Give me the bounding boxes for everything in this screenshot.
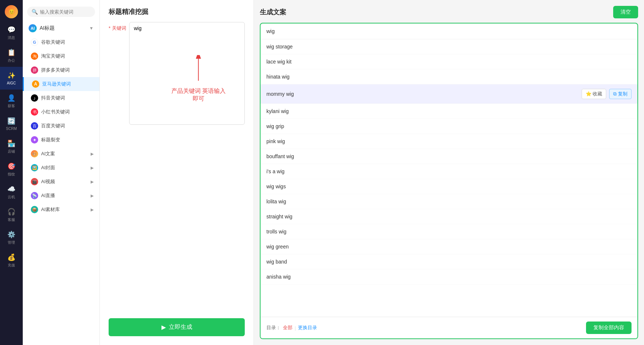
copy-all-button[interactable]: 复制全部内容	[586, 322, 632, 334]
result-text: wig wigs	[266, 184, 632, 189]
results-list[interactable]: wig storage ⭐ 收藏 ⧉ 复制 lace wig kit ⭐ 收藏 …	[261, 39, 637, 317]
catalog-all-link[interactable]: 全部	[283, 324, 292, 331]
sidebar-item-recharge[interactable]: 💰 充值	[0, 249, 23, 272]
menu-item-ai-copy[interactable]: 🎨 AI文案 ▶	[23, 147, 99, 161]
ai-title-label: AI标题	[40, 25, 55, 32]
menu-item-taobao[interactable]: 淘 淘宝关键词	[23, 49, 99, 63]
ai-cover-arrow: ▶	[91, 166, 94, 170]
result-item[interactable]: bouffant wig ⭐ 收藏 ⧉ 复制	[261, 149, 637, 164]
result-text: trolls wig	[266, 229, 632, 235]
keyword-textarea[interactable]: wig	[129, 22, 245, 125]
result-item[interactable]: lace wig kit ⭐ 收藏 ⧉ 复制	[261, 54, 637, 69]
result-item[interactable]: mommy wig ⭐ 收藏 ⧉ 复制	[261, 84, 637, 104]
result-item[interactable]: hinata wig ⭐ 收藏 ⧉ 复制	[261, 69, 637, 84]
split-icon: ✦	[31, 136, 38, 144]
result-text: wig grip	[266, 123, 632, 129]
result-item[interactable]: i's a wig ⭐ 收藏 ⧉ 复制	[261, 164, 637, 179]
right-panel: 生成文案 清空 wig wig storage ⭐ 收藏 ⧉ 复制 lace w…	[254, 0, 644, 345]
menu-item-ai-cover[interactable]: 🖼️ AI封面 ▶	[23, 161, 99, 175]
result-text: lolita wig	[266, 199, 632, 204]
search-box[interactable]: 🔍	[27, 7, 95, 17]
result-item[interactable]: wig band ⭐ 收藏 ⧉ 复制	[261, 254, 637, 269]
fav-button[interactable]: ⭐ 收藏	[582, 89, 607, 99]
ai-material-arrow: ▶	[91, 207, 94, 212]
ai-live-icon: 📡	[31, 192, 38, 199]
menu-item-xiaohongshu-label: 小红书关键词	[41, 109, 70, 115]
menu-item-google[interactable]: G 谷歌关键词	[23, 35, 99, 49]
result-text: kylani wig	[266, 108, 632, 114]
result-item[interactable]: anisha wig ⭐ 收藏 ⧉ 复制	[261, 269, 637, 284]
avatar[interactable]: 😊	[5, 5, 18, 18]
sidebar-item-service[interactable]: 🎧 客服	[0, 203, 23, 226]
store-icon: 🏪	[7, 139, 16, 148]
result-item[interactable]: wig grip ⭐ 收藏 ⧉ 复制	[261, 119, 637, 134]
result-item[interactable]: wig wigs ⭐ 收藏 ⧉ 复制	[261, 179, 637, 194]
menu-item-baidu-label: 百度关键词	[41, 123, 65, 129]
ai-cover-icon: 🖼️	[31, 164, 38, 171]
ai-material-icon: 📦	[31, 206, 38, 213]
menu-item-tiktok-label: 抖音关键词	[41, 95, 65, 101]
generate-button[interactable]: ▶ 立即生成	[109, 318, 245, 336]
recharge-icon: 💰	[7, 253, 16, 262]
menu-item-ai-video[interactable]: 🎬 AI视频 ▶	[23, 175, 99, 189]
clear-button[interactable]: 清空	[613, 6, 638, 18]
menu-item-pdd-label: 拼多多关键词	[41, 67, 70, 73]
menu-item-amazon[interactable]: A 亚马逊关键词	[23, 77, 99, 91]
result-item[interactable]: pink wig ⭐ 收藏 ⧉ 复制	[261, 134, 637, 149]
search-input[interactable]	[40, 9, 91, 15]
menu-item-baidu[interactable]: 百 百度关键词	[23, 119, 99, 133]
sidebar-item-cloud[interactable]: ☁️ 云机	[0, 181, 23, 203]
menu-item-split[interactable]: ✦ 标题裂变	[23, 133, 99, 147]
sidebar-item-messages[interactable]: 💬 消息	[0, 21, 23, 44]
google-icon: G	[31, 39, 38, 46]
result-item[interactable]: wig storage ⭐ 收藏 ⧉ 复制	[261, 39, 637, 54]
ai-title-group[interactable]: AI AI标题 ▼	[23, 21, 99, 35]
manage-icon: ⚙️	[7, 230, 16, 239]
main-content: 标题精准挖掘 关键词 wig	[100, 0, 644, 345]
menu-item-tiktok[interactable]: ♪ 抖音关键词	[23, 91, 99, 105]
result-text: i's a wig	[266, 168, 632, 174]
taobao-icon: 淘	[31, 52, 38, 60]
sidebar-item-store[interactable]: 🏪 店铺	[0, 135, 23, 158]
menu-item-ai-copy-label: AI文案	[41, 150, 55, 157]
menu-item-taobao-label: 淘宝关键词	[41, 53, 65, 59]
ai-copy-arrow: ▶	[91, 152, 94, 156]
acquire-icon: 👤	[7, 94, 16, 102]
menu-item-pdd[interactable]: 拼 拼多多关键词	[23, 63, 99, 77]
office-icon: 📋	[7, 48, 16, 57]
results-container: wig wig storage ⭐ 收藏 ⧉ 复制 lace wig kit ⭐…	[260, 23, 638, 339]
menu-item-ai-material[interactable]: 📦 AI素材库 ▶	[23, 203, 99, 217]
result-item[interactable]: straight wig ⭐ 收藏 ⧉ 复制	[261, 209, 637, 224]
ai-video-arrow: ▶	[91, 179, 94, 184]
menu-item-ai-live[interactable]: 📡 AI直播 ▶	[23, 189, 99, 203]
form-label: 关键词	[109, 22, 126, 32]
guide-icon: 🎯	[7, 162, 16, 171]
result-text: wig storage	[266, 44, 632, 50]
search-icon: 🔍	[32, 9, 38, 15]
result-item[interactable]: trolls wig ⭐ 收藏 ⧉ 复制	[261, 224, 637, 239]
result-item[interactable]: wig green ⭐ 收藏 ⧉ 复制	[261, 239, 637, 254]
menu-item-xiaohongshu[interactable]: 书 小红书关键词	[23, 105, 99, 119]
result-item[interactable]: lolita wig ⭐ 收藏 ⧉ 复制	[261, 194, 637, 209]
sidebar-item-guide[interactable]: 🎯 指纹	[0, 158, 23, 181]
sidebar-item-office[interactable]: 📋 办公	[0, 44, 23, 67]
result-text: hinata wig	[266, 74, 632, 80]
generate-label: 立即生成	[169, 323, 192, 331]
catalog-change-link[interactable]: 更换目录	[298, 324, 317, 331]
ai-video-icon: 🎬	[31, 178, 38, 185]
left-panel: 标题精准挖掘 关键词 wig	[100, 0, 254, 345]
results-search-bar: wig	[261, 23, 637, 39]
sidebar-item-manage[interactable]: ⚙️ 管理	[0, 226, 23, 249]
menu-item-google-label: 谷歌关键词	[41, 39, 65, 46]
form-row: 关键词 wig 产品关键词 英语输入即可	[109, 22, 245, 126]
sidebar-item-acquire[interactable]: 👤 获客	[0, 90, 23, 112]
catalog-section: 目录： 全部 | 更换目录	[266, 324, 317, 331]
generate-icon: ▶	[161, 324, 166, 331]
copy-button[interactable]: ⧉ 复制	[609, 89, 632, 99]
sidebar-item-scrm[interactable]: 🔄 SCRM	[0, 112, 23, 135]
cloud-icon: ☁️	[7, 185, 16, 193]
right-panel-title: 生成文案	[260, 8, 286, 17]
sidebar-item-aigc[interactable]: ✨ AIGC	[0, 67, 23, 90]
result-item[interactable]: kylani wig ⭐ 收藏 ⧉ 复制	[261, 104, 637, 119]
result-text: anisha wig	[266, 274, 632, 280]
